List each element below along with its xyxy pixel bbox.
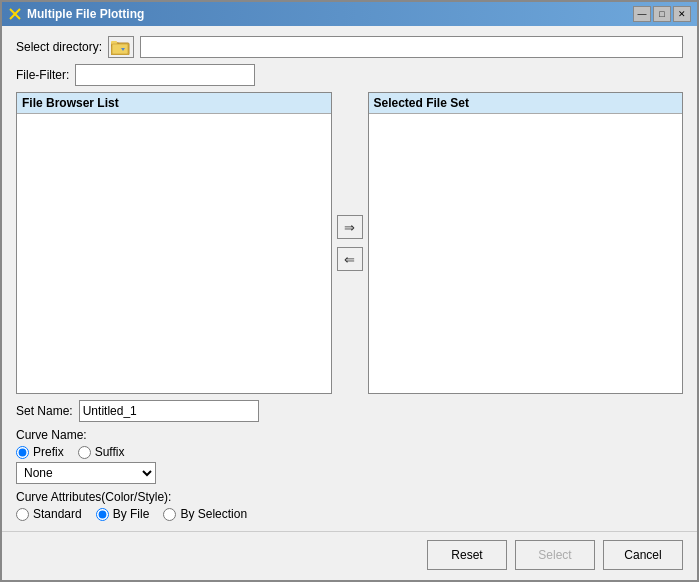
prefix-label: Prefix — [33, 445, 64, 459]
window-icon — [8, 7, 22, 21]
standard-label: Standard — [33, 507, 82, 521]
move-left-button[interactable]: ⇐ — [337, 247, 363, 271]
arrow-right-icon: ⇒ — [344, 220, 355, 235]
standard-radio[interactable] — [16, 508, 29, 521]
maximize-button[interactable]: □ — [653, 6, 671, 22]
minimize-button[interactable]: — — [633, 6, 651, 22]
curve-name-radio-row: Prefix Suffix — [16, 445, 683, 459]
curve-name-dropdown[interactable]: None Prefix Suffix — [16, 462, 156, 484]
selected-file-panel: Selected File Set — [368, 92, 684, 394]
selected-file-set-header: Selected File Set — [369, 93, 683, 114]
close-button[interactable]: ✕ — [673, 6, 691, 22]
svg-rect-4 — [111, 41, 117, 44]
suffix-radio-item[interactable]: Suffix — [78, 445, 125, 459]
select-button[interactable]: Select — [515, 540, 595, 570]
file-browser-list-body[interactable] — [17, 114, 331, 393]
by-file-label: By File — [113, 507, 150, 521]
dialog-content: Select directory: File-Filter: — [2, 26, 697, 531]
cancel-button[interactable]: Cancel — [603, 540, 683, 570]
prefix-radio-item[interactable]: Prefix — [16, 445, 64, 459]
bottom-bar: Reset Select Cancel — [2, 531, 697, 580]
arrow-left-icon: ⇐ — [344, 252, 355, 267]
set-name-input[interactable] — [79, 400, 259, 422]
select-directory-label: Select directory: — [16, 40, 102, 54]
title-buttons: — □ ✕ — [633, 6, 691, 22]
suffix-label: Suffix — [95, 445, 125, 459]
directory-input[interactable] — [140, 36, 683, 58]
move-right-button[interactable]: ⇒ — [337, 215, 363, 239]
suffix-radio[interactable] — [78, 446, 91, 459]
select-directory-row: Select directory: — [16, 36, 683, 58]
by-selection-radio-item[interactable]: By Selection — [163, 507, 247, 521]
file-browser-panel: File Browser List — [16, 92, 332, 394]
file-filter-label: File-Filter: — [16, 68, 69, 82]
browse-folder-button[interactable] — [108, 36, 134, 58]
prefix-radio[interactable] — [16, 446, 29, 459]
transfer-buttons: ⇒ ⇐ — [332, 92, 368, 394]
file-filter-input[interactable] — [75, 64, 255, 86]
curve-attrs-label: Curve Attributes(Color/Style): — [16, 490, 683, 504]
main-window: Multiple File Plotting — □ ✕ Select dire… — [0, 0, 699, 582]
curve-attrs-section: Curve Attributes(Color/Style): Standard … — [16, 490, 683, 521]
by-file-radio[interactable] — [96, 508, 109, 521]
file-filter-row: File-Filter: — [16, 64, 683, 86]
selected-file-list-body[interactable] — [369, 114, 683, 393]
curve-name-label: Curve Name: — [16, 428, 683, 442]
window-title: Multiple File Plotting — [27, 7, 633, 21]
lists-area: File Browser List ⇒ ⇐ Selected File Set — [16, 92, 683, 394]
file-browser-list-header: File Browser List — [17, 93, 331, 114]
title-bar: Multiple File Plotting — □ ✕ — [2, 2, 697, 26]
reset-button[interactable]: Reset — [427, 540, 507, 570]
by-selection-radio[interactable] — [163, 508, 176, 521]
by-file-radio-item[interactable]: By File — [96, 507, 150, 521]
standard-radio-item[interactable]: Standard — [16, 507, 82, 521]
by-selection-label: By Selection — [180, 507, 247, 521]
set-name-row: Set Name: — [16, 400, 683, 422]
svg-rect-5 — [112, 44, 128, 54]
curve-attrs-radio-row: Standard By File By Selection — [16, 507, 683, 521]
folder-icon — [111, 39, 131, 55]
set-name-label: Set Name: — [16, 404, 73, 418]
curve-name-section: Curve Name: Prefix Suffix None Prefix Su… — [16, 428, 683, 484]
